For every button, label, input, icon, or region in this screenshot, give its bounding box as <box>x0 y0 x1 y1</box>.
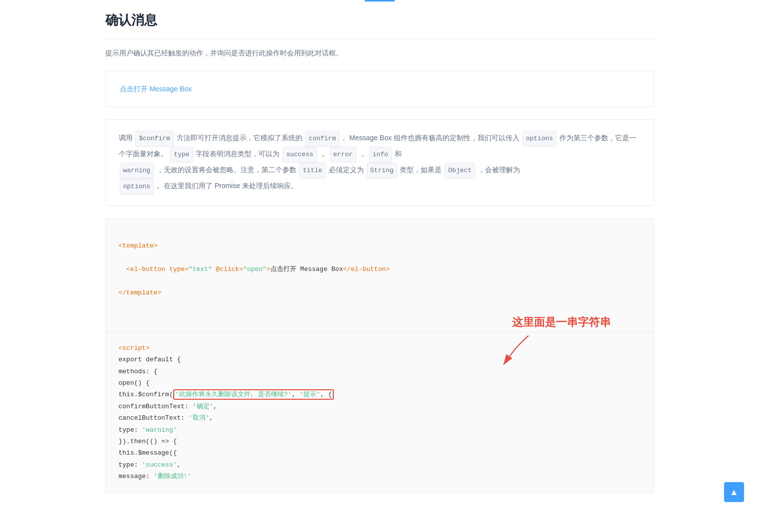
code-success: success <box>282 147 317 163</box>
code-error: error <box>330 147 356 163</box>
code-confirm: $confirm <box>135 131 173 147</box>
code-line-3: </template> <box>119 287 641 298</box>
code-line-type-success: type: 'success', <box>119 459 641 471</box>
code-string: String <box>367 163 397 179</box>
description-text: 调用 $confirm 方法即可打开消息提示，它模拟了系统的 confirm 。… <box>119 131 641 163</box>
code-options2: options <box>120 179 154 195</box>
code-line-script: <script> <box>119 342 641 354</box>
code-info: info <box>369 147 392 163</box>
demo-block: 点击打开 Message Box <box>105 71 654 107</box>
scroll-top-icon: ▲ <box>730 485 739 500</box>
code-options1: options <box>522 131 557 147</box>
code-confirm2: confirm <box>305 131 340 147</box>
description-text-2: warning ，无效的设置将会被忽略。注意，第二个参数 title 必须定义为… <box>119 163 641 179</box>
code-object: Object <box>445 163 475 179</box>
code-line-cancel-btn: cancelButtonText: '取消', <box>119 412 641 424</box>
code-line-confirm-btn: confirmButtonText: '确定', <box>119 401 641 412</box>
page-container: 确认消息 提示用户确认其已经触发的动作，并询问是否进行此操作时会用到此对话框。 … <box>90 0 669 513</box>
code-line-message-text: message: '删除成功!' <box>119 471 641 482</box>
open-message-box-button[interactable]: 点击打开 Message Box <box>120 85 192 94</box>
page-title: 确认消息 <box>105 10 654 39</box>
code-line-open: open() { <box>119 377 641 389</box>
code-line-2: <el-button type="text" @click="open">点击打… <box>119 264 641 275</box>
code-line-1: <template> <box>119 240 641 252</box>
code-line-confirm: this.$confirm('此操作将永久删除该文件, 是否继续?', '提示'… <box>119 389 641 400</box>
demo-content: 点击打开 Message Box <box>106 71 654 106</box>
description-text-3: options 。在这里我们用了 Promise 来处理后续响应。 <box>119 179 641 195</box>
code-line-methods: methods: { <box>119 366 641 377</box>
code-type: type <box>170 147 193 163</box>
code-line-message: this.$message({ <box>119 447 641 459</box>
code-line-type: type: 'warning' <box>119 424 641 436</box>
description-box: 调用 $confirm 方法即可打开消息提示，它模拟了系统的 confirm 。… <box>105 119 654 206</box>
code-title: title <box>299 163 326 179</box>
annotated-section: 这里面是一串字符串 <script> export default { meth… <box>106 332 654 493</box>
scroll-to-top-button[interactable]: ▲ <box>724 482 744 502</box>
code-section: <template> <el-button type="text" @click… <box>105 218 654 493</box>
annotation-label: 这里面是一串字符串 <box>512 312 611 332</box>
code-warning: warning <box>120 163 154 179</box>
code-line-then: }).then(() => { <box>119 436 641 447</box>
code-line-export: export default { <box>119 354 641 365</box>
top-accent-bar <box>365 0 395 1</box>
highlight-confirm-args: '此操作将永久删除该文件, 是否继续?', '提示', { <box>173 389 334 400</box>
page-description: 提示用户确认其已经触发的动作，并询问是否进行此操作时会用到此对话框。 <box>105 47 654 59</box>
